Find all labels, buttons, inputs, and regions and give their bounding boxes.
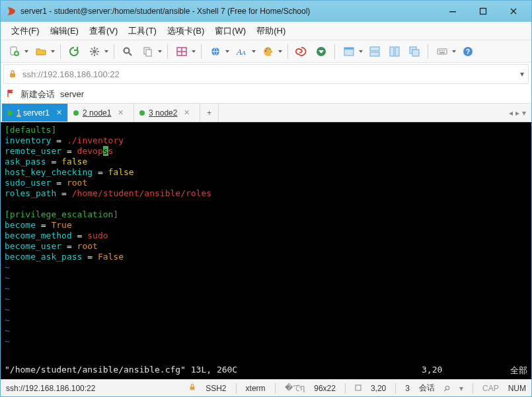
svg-rect-0 xyxy=(449,11,456,13)
menu-help[interactable]: 帮助(H) xyxy=(251,22,291,40)
flag-icon xyxy=(6,89,15,100)
status-size: 96x22 xyxy=(314,384,336,393)
menu-bar: 文件(F) 编辑(E) 查看(V) 工具(T) 选项卡(B) 窗口(W) 帮助(… xyxy=(1,22,531,40)
svg-rect-26 xyxy=(441,50,442,52)
terminal[interactable]: [defaults] inventory = ./inventory remot… xyxy=(1,122,531,363)
status-ssh-url: ssh://192.168.186.100:22 xyxy=(6,384,95,393)
status-dot-icon xyxy=(139,110,145,116)
tab-nav: ◂ ▸ ▾ xyxy=(505,104,530,122)
svg-rect-28 xyxy=(444,50,445,52)
lock-icon xyxy=(188,383,196,393)
tab-next-button[interactable]: ▸ xyxy=(515,108,519,118)
svg-rect-21 xyxy=(395,47,399,56)
address-text: ssh://192.168.186.100:22 xyxy=(22,69,520,79)
window-arrange-button[interactable] xyxy=(339,42,364,61)
terminal-status-line: "/home/student/ansible/ansible.cfg" 13L,… xyxy=(1,363,531,379)
tile-vertical-button[interactable] xyxy=(385,42,404,61)
menu-tabs[interactable]: 选项卡(B) xyxy=(162,22,209,40)
status-dot-icon xyxy=(7,110,13,116)
tab-prev-button[interactable]: ◂ xyxy=(509,108,513,118)
server-link[interactable]: server xyxy=(60,89,84,99)
scroll-all: 全部 xyxy=(494,365,527,377)
tab-label: 3 node2 xyxy=(149,108,177,118)
menu-view[interactable]: 查看(V) xyxy=(84,22,123,40)
svg-rect-32 xyxy=(10,73,15,77)
svg-rect-1 xyxy=(480,9,486,15)
cursor-pos: 3,20 xyxy=(422,365,494,377)
status-dot-icon xyxy=(73,110,79,116)
status-num: NUM xyxy=(508,384,526,393)
svg-text:A: A xyxy=(241,50,246,56)
menu-file[interactable]: 文件(F) xyxy=(6,22,45,40)
new-session-link[interactable]: 新建会话 xyxy=(20,89,55,100)
sessions-dropdown-icon[interactable]: ▾ xyxy=(459,384,463,393)
xftp-button[interactable] xyxy=(312,42,330,61)
language-button[interactable] xyxy=(206,42,231,61)
menu-window[interactable]: 窗口(W) xyxy=(209,22,251,40)
tile-horizontal-button[interactable] xyxy=(365,42,384,61)
status-protocol: SSH2 xyxy=(206,384,226,393)
cursor-icon xyxy=(355,384,361,393)
color-scheme-button[interactable] xyxy=(258,42,284,61)
spiral-button[interactable] xyxy=(292,42,311,61)
status-cursor: 3,20 xyxy=(371,384,386,393)
svg-point-13 xyxy=(266,48,268,49)
tab-list-button[interactable]: ▾ xyxy=(522,108,526,118)
properties-button[interactable] xyxy=(85,42,110,61)
address-bar[interactable]: ssh://192.168.186.100:22 ▾ xyxy=(3,64,529,84)
tab-close-button[interactable]: ✕ xyxy=(118,108,124,117)
toolbar: AA ? xyxy=(1,40,531,63)
new-session-button[interactable] xyxy=(5,42,30,61)
svg-rect-27 xyxy=(442,50,443,52)
address-dropdown-icon[interactable]: ▾ xyxy=(520,69,524,79)
svg-text:A: A xyxy=(236,47,242,57)
tab-add-button[interactable]: + xyxy=(200,104,219,122)
tab-bar: 1 server1 ✕ 2 node1 ✕ 3 node2 ✕ + ◂ ▸ ▾ xyxy=(1,104,531,122)
tab-close-button[interactable]: ✕ xyxy=(184,108,190,117)
app-icon xyxy=(6,6,17,17)
reconnect-button[interactable] xyxy=(65,42,83,61)
keyboard-button[interactable] xyxy=(432,42,457,61)
session-quick-bar: 新建会话 server xyxy=(1,85,531,104)
help-button[interactable]: ? xyxy=(459,42,477,61)
tab-node2[interactable]: 3 node2 ✕ xyxy=(134,104,200,122)
find-button[interactable] xyxy=(118,42,137,61)
status-sessions-count: 3 xyxy=(405,384,410,393)
status-bar: ssh://192.168.186.100:22 SSH2 xterm �でη … xyxy=(1,379,531,396)
svg-point-12 xyxy=(265,50,266,51)
menu-tools[interactable]: 工具(T) xyxy=(123,22,162,40)
link-icon[interactable]: ⚲ xyxy=(441,382,452,393)
cascade-button[interactable] xyxy=(405,42,424,61)
svg-rect-33 xyxy=(190,386,195,390)
minimize-button[interactable] xyxy=(437,1,468,21)
tab-server1[interactable]: 1 server1 ✕ xyxy=(2,104,68,122)
svg-rect-18 xyxy=(370,47,379,51)
status-term: xterm xyxy=(246,384,266,393)
open-button[interactable] xyxy=(31,42,56,61)
tab-label: 2 node1 xyxy=(83,108,111,118)
tab-close-button[interactable]: ✕ xyxy=(56,108,62,117)
layout-button[interactable] xyxy=(172,42,197,61)
svg-rect-24 xyxy=(437,49,447,54)
copy-button[interactable] xyxy=(138,42,163,61)
svg-rect-7 xyxy=(146,50,151,56)
svg-point-4 xyxy=(93,50,96,54)
maximize-button[interactable] xyxy=(468,1,498,21)
title-bar: server1 - student@server:/home/student/a… xyxy=(1,1,531,22)
font-button[interactable]: AA xyxy=(232,42,257,61)
svg-rect-29 xyxy=(439,52,445,54)
svg-rect-34 xyxy=(356,385,361,390)
status-caps: CAP xyxy=(482,384,499,393)
tab-node1[interactable]: 2 node1 ✕ xyxy=(68,104,134,122)
svg-point-5 xyxy=(124,48,130,53)
lock-icon xyxy=(8,69,19,79)
svg-rect-20 xyxy=(390,47,394,56)
menu-edit[interactable]: 编辑(E) xyxy=(45,22,84,40)
svg-rect-17 xyxy=(344,48,354,50)
status-sessions: 会话 xyxy=(419,382,435,394)
size-icon: �でη xyxy=(285,382,305,394)
file-info: "/home/student/ansible/ansible.cfg" 13L,… xyxy=(5,365,237,377)
close-button[interactable] xyxy=(498,1,529,21)
svg-point-14 xyxy=(269,48,270,49)
svg-rect-25 xyxy=(439,50,440,52)
